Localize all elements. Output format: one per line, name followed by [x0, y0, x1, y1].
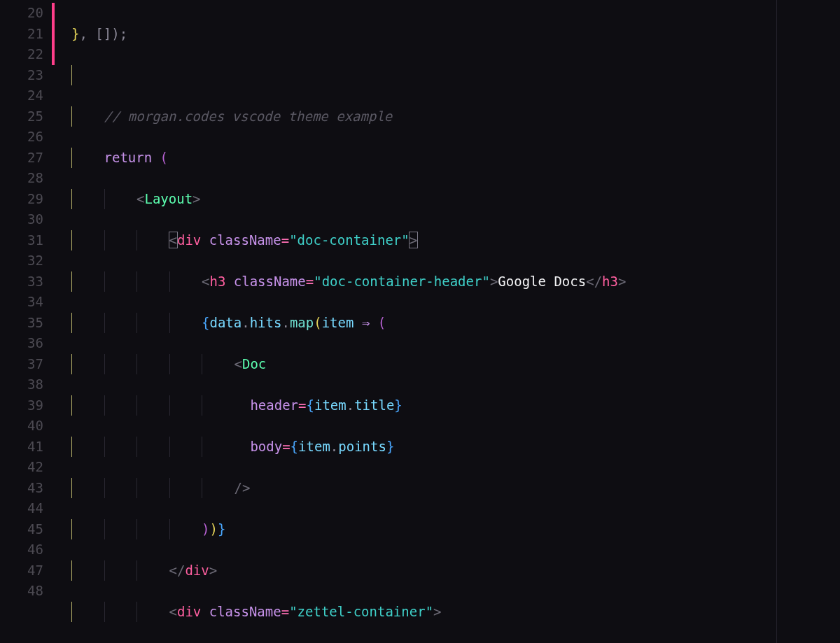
line-number-gutter: 20 21 22 23 24 25 26 27 28 29 30 31 32 3…	[0, 0, 52, 643]
line-number: 47	[0, 560, 52, 581]
line-number: 42	[0, 457, 52, 478]
line-number: 46	[0, 539, 52, 560]
code-line[interactable]: ))}	[71, 519, 840, 540]
line-number: 41	[0, 437, 52, 458]
code-line[interactable]: <h3 className="doc-container-header">Goo…	[71, 271, 840, 292]
line-number: 25	[0, 106, 52, 127]
line-number: 26	[0, 127, 52, 148]
line-number: 38	[0, 374, 52, 395]
line-number: 30	[0, 209, 52, 230]
code-line[interactable]	[71, 65, 840, 86]
line-number: 22	[0, 44, 52, 65]
line-number: 32	[0, 250, 52, 271]
line-number: 31	[0, 230, 52, 251]
line-number: 39	[0, 395, 52, 416]
code-line[interactable]: {data.hits.map(item ⇒ (	[71, 313, 840, 334]
line-number: 37	[0, 354, 52, 375]
code-line[interactable]: header={item.title}	[71, 395, 840, 416]
code-line[interactable]: // morgan.codes vscode theme example	[71, 106, 840, 127]
line-number: 35	[0, 313, 52, 334]
code-line[interactable]: <Doc	[71, 354, 840, 375]
code-line[interactable]: <Layout>	[71, 189, 840, 210]
line-number: 21	[0, 24, 52, 45]
line-number: 20	[0, 3, 52, 24]
line-number: 23	[0, 65, 52, 86]
cursor: <	[169, 232, 178, 248]
code-editor[interactable]: 20 21 22 23 24 25 26 27 28 29 30 31 32 3…	[0, 0, 840, 643]
line-number: 29	[0, 189, 52, 210]
line-number: 34	[0, 292, 52, 313]
line-number: 40	[0, 416, 52, 437]
line-number: 36	[0, 333, 52, 354]
line-number: 48	[0, 581, 52, 602]
code-line[interactable]: <div className="zettel-container">	[71, 602, 840, 623]
code-line[interactable]: return (	[71, 148, 840, 169]
line-number: 43	[0, 478, 52, 499]
code-line[interactable]: </div>	[71, 560, 840, 581]
line-number: 28	[0, 168, 52, 189]
line-number: 24	[0, 85, 52, 106]
code-line[interactable]: }, []);	[71, 24, 840, 45]
code-line[interactable]: body={item.points}	[71, 437, 840, 458]
line-number: 44	[0, 498, 52, 519]
line-number: 27	[0, 148, 52, 169]
comment: // morgan.codes vscode theme example	[104, 108, 393, 124]
line-number: 33	[0, 271, 52, 292]
line-number: 45	[0, 519, 52, 540]
code-area[interactable]: }, []); // morgan.codes vscode theme exa…	[52, 0, 840, 643]
code-line[interactable]: />	[71, 478, 840, 499]
code-line[interactable]: <div className="doc-container">	[71, 230, 840, 251]
